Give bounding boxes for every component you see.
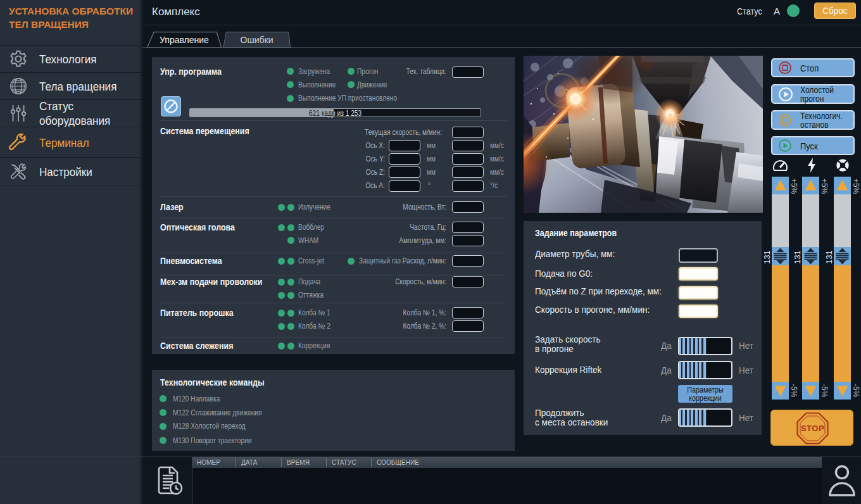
svg-text:STOP: STOP: [801, 424, 824, 433]
